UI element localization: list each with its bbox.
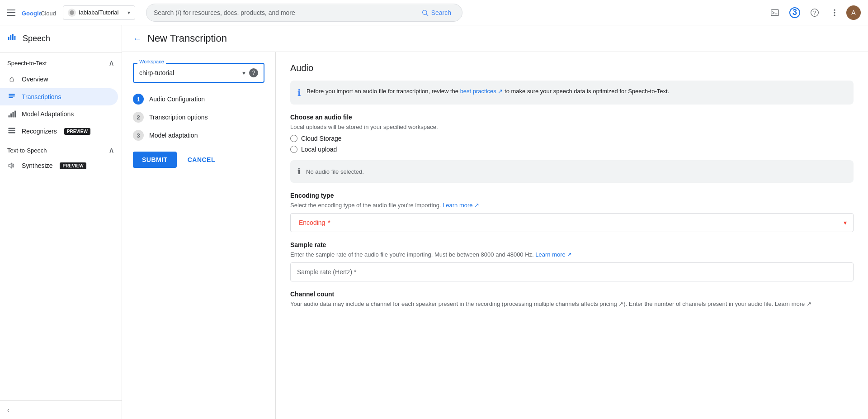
search-button-label: Search xyxy=(431,9,451,16)
encoding-title: Encoding type xyxy=(290,192,854,199)
top-header: Google Cloud IablabaiTutorial ▾ Search xyxy=(0,0,868,25)
workspace-dropdown[interactable]: chirp-tutorial ▾ ? xyxy=(133,63,264,83)
cloud-storage-option[interactable]: Cloud Storage xyxy=(290,135,854,142)
svg-point-9 xyxy=(834,9,835,10)
audio-info-text: Before you import an audio file for tran… xyxy=(307,87,669,96)
project-name: IablabaiTutorial xyxy=(79,9,125,16)
encoding-dropdown-arrow-icon: ▾ xyxy=(844,219,847,226)
workspace-selector: Workspace chirp-tutorial ▾ ? xyxy=(133,63,264,83)
svg-rect-20 xyxy=(10,114,12,118)
svg-rect-13 xyxy=(10,35,11,40)
step-3[interactable]: 3 Model adaptation xyxy=(133,130,264,141)
svg-line-4 xyxy=(426,14,428,16)
right-panel: Audio ℹ Before you import an audio file … xyxy=(276,52,868,419)
terminal-icon xyxy=(770,8,779,17)
svg-rect-5 xyxy=(771,10,779,15)
transcriptions-icon xyxy=(7,93,16,101)
svg-rect-22 xyxy=(14,111,16,118)
app-title: Speech xyxy=(23,34,50,43)
project-selector[interactable]: IablabaiTutorial ▾ xyxy=(63,5,135,20)
recognizers-icon xyxy=(7,127,16,135)
local-upload-radio[interactable] xyxy=(290,146,297,153)
terminal-button[interactable] xyxy=(767,5,783,21)
main-layout: Speech Speech-to-Text ∧ ⌂ Overview xyxy=(0,25,868,419)
tts-section-chevron-icon: ∧ xyxy=(108,145,114,155)
svg-point-11 xyxy=(834,14,835,16)
svg-point-2 xyxy=(70,10,74,15)
avatar[interactable]: A xyxy=(846,5,861,20)
more-options-button[interactable] xyxy=(826,5,843,21)
no-file-box: ℹ No audio file selected. xyxy=(290,160,854,183)
search-bar[interactable]: Search xyxy=(146,4,462,22)
section-text-to-speech[interactable]: Text-to-Speech ∧ xyxy=(0,140,122,157)
section-text-to-speech-label: Text-to-Speech xyxy=(7,147,47,154)
channel-count-subtitle: Your audio data may include a channel fo… xyxy=(290,300,854,307)
content-area: ← New Transcription Workspace chirp-tuto… xyxy=(122,25,868,419)
notification-count: 3 xyxy=(789,7,800,18)
svg-rect-19 xyxy=(9,115,10,118)
svg-text:Cloud: Cloud xyxy=(41,10,56,17)
sidebar-item-synthesize[interactable]: Synthesize PREVIEW xyxy=(0,157,118,174)
search-input[interactable] xyxy=(154,9,418,16)
notification-button[interactable]: 3 xyxy=(787,5,803,21)
audio-info-box: ℹ Before you import an audio file for tr… xyxy=(290,81,854,105)
cloud-storage-radio[interactable] xyxy=(290,135,297,142)
project-dropdown-icon: ▾ xyxy=(127,10,130,16)
sidebar-item-recognizers-label: Recognizers xyxy=(22,128,57,135)
workspace-help-icon[interactable]: ? xyxy=(249,68,258,77)
left-panel: Workspace chirp-tutorial ▾ ? 1 Audio Con… xyxy=(122,52,276,419)
notification-wrapper: 3 xyxy=(787,5,803,21)
workspace-dropdown-arrow-icon: ▾ xyxy=(242,69,245,76)
no-file-info-icon: ℹ xyxy=(297,167,301,176)
text-to-speech-section: Text-to-Speech ∧ Synthesize PREVIEW xyxy=(0,140,122,174)
home-icon: ⌂ xyxy=(7,74,16,84)
step-2[interactable]: 2 Transcription options xyxy=(133,112,264,123)
choose-audio-title: Choose an audio file xyxy=(290,114,854,121)
back-button[interactable]: ← xyxy=(133,33,142,44)
steps-list: 1 Audio Configuration 2 Transcription op… xyxy=(133,94,264,141)
sidebar-item-transcriptions-label: Transcriptions xyxy=(22,93,61,100)
sample-rate-input[interactable] xyxy=(290,262,854,281)
svg-text:Google: Google xyxy=(22,10,42,17)
sidebar-item-recognizers[interactable]: Recognizers PREVIEW xyxy=(0,123,118,140)
encoding-learn-more-link[interactable]: Learn more ↗ xyxy=(443,202,479,209)
step-2-number: 2 xyxy=(133,112,144,123)
hamburger-menu[interactable] xyxy=(7,7,18,18)
sidebar-collapse-button[interactable]: ‹ xyxy=(7,406,114,414)
svg-rect-14 xyxy=(12,34,14,40)
step-1-number: 1 xyxy=(133,94,144,105)
collapse-icon: ‹ xyxy=(7,406,9,414)
encoding-dropdown[interactable]: Encoding * ▾ xyxy=(290,213,854,232)
model-adaptations-icon xyxy=(7,110,16,118)
best-practices-link[interactable]: best practices ↗ xyxy=(460,88,503,95)
google-cloud-logo: Google Cloud xyxy=(22,7,56,18)
header-right-actions: 3 ? A xyxy=(767,5,861,21)
svg-rect-16 xyxy=(9,94,15,95)
svg-rect-25 xyxy=(9,132,15,133)
sidebar-item-model-adaptations[interactable]: Model Adaptations xyxy=(0,105,118,123)
svg-rect-12 xyxy=(8,37,9,40)
submit-button[interactable]: SUBMIT xyxy=(133,152,177,168)
step-1[interactable]: 1 Audio Configuration xyxy=(133,94,264,105)
sidebar-item-transcriptions[interactable]: Transcriptions xyxy=(0,88,118,105)
content-header: ← New Transcription xyxy=(122,25,868,52)
cancel-button[interactable]: CANCEL xyxy=(180,152,222,168)
local-upload-option[interactable]: Local upload xyxy=(290,146,854,153)
help-button[interactable]: ? xyxy=(807,5,823,21)
sidebar-item-synthesize-label: Synthesize xyxy=(22,162,52,169)
channel-count-title: Channel count xyxy=(290,290,854,298)
channel-count-section: Channel count Your audio data may includ… xyxy=(290,290,854,307)
recognizers-preview-badge: PREVIEW xyxy=(64,128,90,135)
search-button[interactable]: Search xyxy=(418,9,455,16)
step-1-label: Audio Configuration xyxy=(149,95,205,103)
speech-app-icon xyxy=(7,33,17,45)
step-3-label: Model adaptation xyxy=(149,132,198,139)
help-icon: ? xyxy=(810,8,819,17)
choose-audio-section: Choose an audio file Local uploads will … xyxy=(290,114,854,153)
step-3-number: 3 xyxy=(133,130,144,141)
sidebar-item-overview[interactable]: ⌂ Overview xyxy=(0,70,118,88)
section-speech-to-text[interactable]: Speech-to-Text ∧ xyxy=(0,52,122,70)
search-icon xyxy=(421,9,429,16)
sample-rate-learn-more-link[interactable]: Learn more ↗ xyxy=(535,251,572,258)
workspace-label: Workspace xyxy=(137,59,166,64)
